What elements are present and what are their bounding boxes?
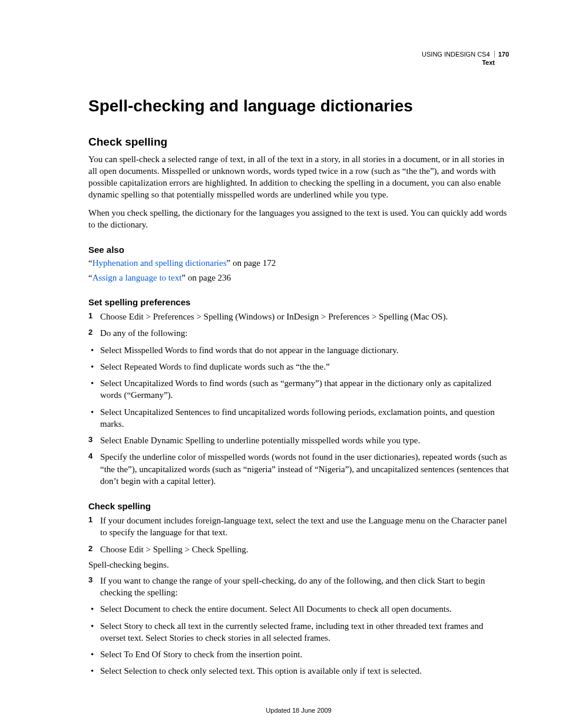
step-list-cont: Select Enable Dynamic Spelling to underl… bbox=[88, 434, 509, 487]
page-footer: Updated 18 June 2009 bbox=[88, 707, 509, 714]
bullet-item: Select Uncapitalized Sentences to find u… bbox=[88, 406, 509, 430]
xref-link[interactable]: Assign a language to text bbox=[92, 273, 182, 282]
see-also-item: “Assign a language to text” on page 236 bbox=[88, 273, 509, 283]
running-header: USING INDESIGN CS4 170 Text bbox=[88, 50, 509, 67]
see-also-item: “Hyphenation and spelling dictionaries” … bbox=[88, 258, 509, 268]
step-item: Choose Edit > Spelling > Check Spelling. bbox=[88, 543, 509, 555]
bullet-item: Select Repeated Words to find duplicate … bbox=[88, 361, 509, 373]
step-item: If you want to change the range of your … bbox=[88, 575, 509, 599]
step-item: If your document includes foreign-langua… bbox=[88, 515, 509, 539]
step-item: Specify the underline color of misspelle… bbox=[88, 451, 509, 487]
bullet-item: Select Story to check all text in the cu… bbox=[88, 620, 509, 644]
bullet-item: Select Document to check the entire docu… bbox=[88, 603, 509, 615]
step-list: If your document includes foreign-langua… bbox=[88, 515, 509, 555]
page-content: USING INDESIGN CS4 170 Text Spell-checki… bbox=[0, 0, 562, 728]
body-paragraph: You can spell-check a selected range of … bbox=[88, 153, 509, 201]
step-item: Do any of the following: bbox=[88, 327, 509, 339]
bullet-list: Select Document to check the entire docu… bbox=[88, 603, 509, 677]
page-number: 170 bbox=[494, 51, 509, 58]
bullet-item: Select Selection to check only selected … bbox=[88, 665, 509, 677]
xref-link[interactable]: Hyphenation and spelling dictionaries bbox=[92, 258, 227, 268]
chapter-title: Spell-checking and language dictionaries bbox=[88, 97, 509, 116]
section-heading: Check spelling bbox=[88, 136, 509, 149]
step-item: Choose Edit > Preferences > Spelling (Wi… bbox=[88, 311, 509, 322]
interjection-text: Spell-checking begins. bbox=[88, 560, 509, 570]
see-also-heading: See also bbox=[88, 245, 509, 255]
subsection-heading: Set spelling preferences bbox=[88, 297, 509, 307]
step-list-cont: If you want to change the range of your … bbox=[88, 575, 509, 599]
section-name: Text bbox=[88, 58, 509, 67]
bullet-item: Select Misspelled Words to find words th… bbox=[88, 344, 509, 356]
bullet-list: Select Misspelled Words to find words th… bbox=[88, 344, 509, 430]
body-paragraph: When you check spelling, the dictionary … bbox=[88, 207, 509, 231]
doc-title: USING INDESIGN CS4 bbox=[422, 51, 490, 58]
step-item: Select Enable Dynamic Spelling to underl… bbox=[88, 434, 509, 446]
bullet-item: Select To End Of Story to check from the… bbox=[88, 648, 509, 660]
subsection-heading: Check spelling bbox=[88, 501, 509, 511]
bullet-item: Select Uncapitalized Words to find words… bbox=[88, 377, 509, 401]
step-list: Choose Edit > Preferences > Spelling (Wi… bbox=[88, 311, 509, 340]
